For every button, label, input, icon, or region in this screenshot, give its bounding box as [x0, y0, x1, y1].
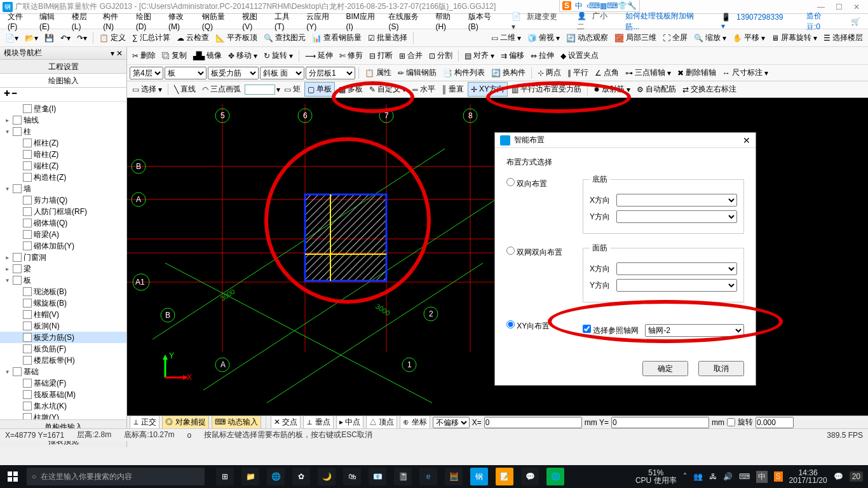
view-top-button[interactable]: 🧊 俯视 ▾ — [525, 31, 562, 44]
tab-project-settings[interactable]: 工程设置 — [0, 60, 126, 74]
app-icon-4[interactable]: 🛍 — [343, 468, 361, 485]
radiate-button[interactable]: ✹ 放射筋 ▾ — [591, 83, 633, 96]
rotate-input[interactable] — [756, 417, 794, 428]
tree-item[interactable]: 螺旋板(B) — [0, 297, 126, 309]
layer-select[interactable]: 分层板1 — [306, 67, 355, 79]
faq-link[interactable]: 如何处理筏板附加钢筋... — [621, 11, 708, 32]
color-swatch[interactable] — [245, 85, 275, 95]
tree-item[interactable]: 柱墩(Y) — [0, 412, 126, 419]
snap-intersection[interactable]: ✕ 交点 — [271, 416, 301, 429]
notification-badge[interactable]: 20 — [850, 471, 863, 482]
horizontal-button[interactable]: ═ 水平 — [410, 83, 438, 96]
ie-icon[interactable]: e — [419, 468, 437, 485]
swap-component-button[interactable]: 🔄 换构件 — [489, 66, 528, 79]
app-icon-10[interactable]: 💬 — [521, 468, 539, 485]
tree-item[interactable]: 筏板基础(M) — [0, 389, 126, 400]
auto-rebar-button[interactable]: ⚙ 自动配筋 — [634, 83, 679, 96]
tray-up-icon[interactable]: ˄ — [683, 472, 687, 481]
menu-new-change[interactable]: 📄 新建变更 ▾ — [508, 11, 569, 31]
menu-user[interactable]: 👤 广小二 — [573, 11, 621, 32]
line-tool[interactable]: ╲ 直线 — [172, 83, 198, 96]
tab-drawing-input[interactable]: 绘图输入 — [0, 74, 126, 88]
top-y-select[interactable] — [616, 279, 737, 292]
radio-double-net[interactable]: 双网双向布置 — [506, 248, 562, 257]
ok-button[interactable]: 确定 — [642, 361, 688, 376]
tray-network-icon[interactable]: 🖧 — [709, 472, 717, 481]
top-x-select[interactable] — [616, 262, 737, 275]
parallel-edge-button[interactable]: ▥ 平行边布置受力筋 — [509, 83, 584, 96]
sum-button[interactable]: ∑ 汇总计算 — [130, 31, 173, 44]
local3d-button[interactable]: 🧱 局部三维 — [612, 31, 659, 44]
tree-item[interactable]: 基础梁(F) — [0, 377, 126, 389]
pan-button[interactable]: ✋ 平移 ▾ — [730, 31, 768, 44]
bottom-x-select[interactable] — [616, 194, 737, 207]
zoom-button[interactable]: 🔍 缩放 ▾ — [691, 31, 729, 44]
app-icon-3[interactable]: 🌙 — [318, 468, 336, 485]
app-icon-8[interactable]: 钢 — [470, 468, 488, 485]
xy-direction-button[interactable]: ✛ XY方向 — [468, 82, 508, 97]
menu-rebar[interactable]: 钢筋量(Q) — [198, 11, 239, 31]
tree-item[interactable]: 板受力筋(S) — [0, 332, 126, 343]
explorer-icon[interactable]: 📁 — [241, 468, 259, 485]
tree-item[interactable]: 人防门框墙(RF) — [0, 206, 126, 217]
rotate-check[interactable] — [727, 418, 735, 426]
screen-rotate-button[interactable]: 🖥 屏幕旋转 ▾ — [769, 31, 820, 44]
app-icon-6[interactable]: 📓 — [394, 468, 412, 485]
redo-button[interactable]: ↷▾ — [74, 32, 90, 44]
dialog-close-button[interactable]: ✕ — [743, 135, 750, 146]
snap-vertex[interactable]: △ 顶点 — [366, 416, 397, 429]
tree-item[interactable]: ▾墙 — [0, 183, 126, 194]
tree-item[interactable]: 集水坑(K) — [0, 400, 126, 412]
bottom-y-select[interactable] — [616, 210, 737, 223]
reference-grid-select[interactable]: 轴网-2 — [645, 324, 744, 337]
osnap-toggle[interactable]: ◎ 对象捕捉 — [162, 416, 208, 429]
view-2d-button[interactable]: ▭ 二维 ▾ — [489, 31, 524, 44]
app-icon-11[interactable]: 🌐 — [546, 468, 564, 485]
menu-online[interactable]: 在线服务(S) — [384, 11, 431, 31]
y-input[interactable] — [611, 417, 709, 428]
undo-button[interactable]: ↶▾ — [58, 32, 73, 44]
define-button[interactable]: 📋 定义 — [97, 31, 128, 44]
tree-item[interactable]: ▾板 — [0, 274, 126, 286]
select-floor-button[interactable]: ☰ 选择楼层 — [821, 31, 865, 44]
offset-button[interactable]: ⇉ 偏移 — [498, 49, 527, 62]
split-button[interactable]: ⊡ 分割 — [426, 49, 455, 62]
tree-item[interactable]: 砌体加筋(Y) — [0, 240, 126, 252]
fullscreen-button[interactable]: ⛶ 全屏 — [660, 31, 690, 44]
floor-select[interactable]: 第4层 — [130, 67, 163, 79]
move-button[interactable]: ✥ 移动 ▾ — [226, 49, 260, 62]
open-button[interactable]: 📂▾ — [22, 32, 41, 44]
swap-dim-button[interactable]: ⇄ 交换左右标注 — [680, 83, 739, 96]
copy-button[interactable]: ⿻ 复制 — [159, 49, 189, 62]
category-select[interactable]: 板 — [165, 67, 207, 79]
tree-item[interactable]: 现浇板(B) — [0, 286, 126, 297]
menu-draw[interactable]: 绘图(D) — [132, 11, 165, 31]
batch-select-button[interactable]: ☑ 批量选择 — [365, 31, 410, 44]
menu-view[interactable]: 视图(V) — [238, 11, 271, 31]
ime-bar[interactable]: S 中 ‹⌨▦⌨👕🔧 — [559, 0, 640, 12]
menu-help[interactable]: 帮助(H) — [431, 11, 464, 31]
point-angle-button[interactable]: ∠ 点角 — [592, 66, 621, 79]
delete-button[interactable]: ✂ 删除 — [130, 49, 158, 62]
snap-midpoint[interactable]: ▸ 中点 — [336, 416, 363, 429]
tree-item[interactable]: 端柱(Z) — [0, 160, 126, 172]
parallel-button[interactable]: ∥ 平行 — [565, 66, 591, 79]
align-button[interactable]: ▤ 对齐 ▾ — [462, 49, 497, 62]
tray-people-icon[interactable]: 👥 — [693, 472, 703, 481]
tray-date[interactable]: 2017/11/20 — [789, 477, 827, 484]
mirror-button[interactable]: ▟▙ 镜像 — [191, 49, 224, 62]
component-list-button[interactable]: 📑 构件列表 — [440, 66, 487, 79]
select-tool[interactable]: ▭ 选择 ▾ — [130, 83, 165, 96]
menu-tools[interactable]: 工具(T) — [271, 11, 302, 31]
trim-button[interactable]: ✄ 修剪 — [337, 49, 365, 62]
tree-item[interactable]: ▾基础 — [0, 366, 126, 377]
menu-floor[interactable]: 楼层(L) — [68, 11, 99, 31]
tree-item[interactable]: 楼层板带(H) — [0, 355, 126, 366]
radio-xy-direction[interactable]: XY向布置 — [506, 322, 550, 330]
reference-grid-checkbox[interactable]: 选择参照轴网 — [583, 325, 639, 336]
tree-item[interactable]: 构造柱(Z) — [0, 172, 126, 183]
slab-select[interactable]: 斜板 面 — [260, 67, 304, 79]
merge-button[interactable]: ⊞ 合并 — [397, 49, 425, 62]
break-button[interactable]: ⊟ 打断 — [367, 49, 395, 62]
menu-cloud[interactable]: 云应用(Y) — [302, 11, 342, 31]
